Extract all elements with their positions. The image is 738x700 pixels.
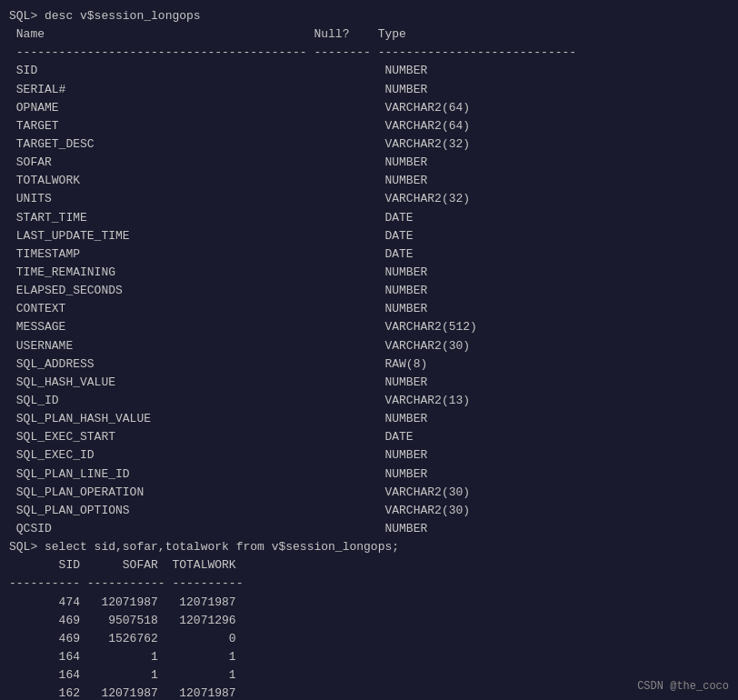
- terminal-line: TIMESTAMP DATE: [9, 245, 729, 264]
- terminal-line: SQL_PLAN_HASH_VALUE NUMBER: [9, 410, 729, 428]
- terminal-line: SID SOFAR TOTALWORK: [9, 556, 729, 575]
- terminal-line: TOTALWORK NUMBER: [9, 172, 729, 190]
- terminal-line: 162 12071987 12071987: [9, 685, 729, 700]
- terminal-line: TIME_REMAINING NUMBER: [9, 264, 729, 282]
- terminal-line: USERNAME VARCHAR2(30): [9, 337, 729, 355]
- terminal-line: LAST_UPDATE_TIME DATE: [9, 227, 729, 245]
- terminal-line: SID NUMBER: [9, 62, 729, 80]
- terminal-line: SQL_EXEC_ID NUMBER: [9, 446, 729, 465]
- watermark: CSDN @the_coco: [637, 680, 729, 693]
- terminal-line: TARGET VARCHAR2(64): [9, 117, 729, 135]
- terminal-line: SQL> select sid,sofar,totalwork from v$s…: [9, 538, 729, 556]
- terminal-line: QCSID NUMBER: [9, 520, 729, 538]
- terminal-line: SQL> desc v$session_longops: [9, 7, 729, 25]
- terminal-line: MESSAGE VARCHAR2(512): [9, 318, 729, 336]
- terminal-line: SOFAR NUMBER: [9, 154, 729, 172]
- terminal-line: ---------- ----------- ----------: [9, 575, 729, 593]
- terminal-output: SQL> desc v$session_longops Name Null? T…: [9, 7, 729, 700]
- terminal-line: UNITS VARCHAR2(32): [9, 190, 729, 208]
- terminal-line: SQL_PLAN_OPERATION VARCHAR2(30): [9, 484, 729, 502]
- terminal-line: Name Null? Type: [9, 25, 729, 44]
- terminal-line: 164 1 1: [9, 666, 729, 685]
- terminal-line: 469 9507518 12071296: [9, 612, 729, 630]
- terminal-line: SQL_PLAN_OPTIONS VARCHAR2(30): [9, 502, 729, 520]
- terminal-line: 474 12071987 12071987: [9, 594, 729, 612]
- terminal-line: SQL_ADDRESS RAW(8): [9, 355, 729, 374]
- terminal-line: ELAPSED_SECONDS NUMBER: [9, 282, 729, 300]
- terminal-line: 469 1526762 0: [9, 630, 729, 648]
- terminal-line: START_TIME DATE: [9, 209, 729, 227]
- terminal-line: CONTEXT NUMBER: [9, 300, 729, 318]
- terminal-line: SQL_ID VARCHAR2(13): [9, 392, 729, 410]
- terminal-line: SQL_PLAN_LINE_ID NUMBER: [9, 465, 729, 484]
- terminal-line: TARGET_DESC VARCHAR2(32): [9, 135, 729, 154]
- terminal-line: SQL_EXEC_START DATE: [9, 428, 729, 446]
- terminal-line: ----------------------------------------…: [9, 44, 729, 62]
- terminal-line: 164 1 1: [9, 648, 729, 666]
- terminal-line: OPNAME VARCHAR2(64): [9, 99, 729, 117]
- terminal-line: SERIAL# NUMBER: [9, 81, 729, 99]
- terminal-window: SQL> desc v$session_longops Name Null? T…: [9, 7, 729, 700]
- terminal-line: SQL_HASH_VALUE NUMBER: [9, 374, 729, 392]
